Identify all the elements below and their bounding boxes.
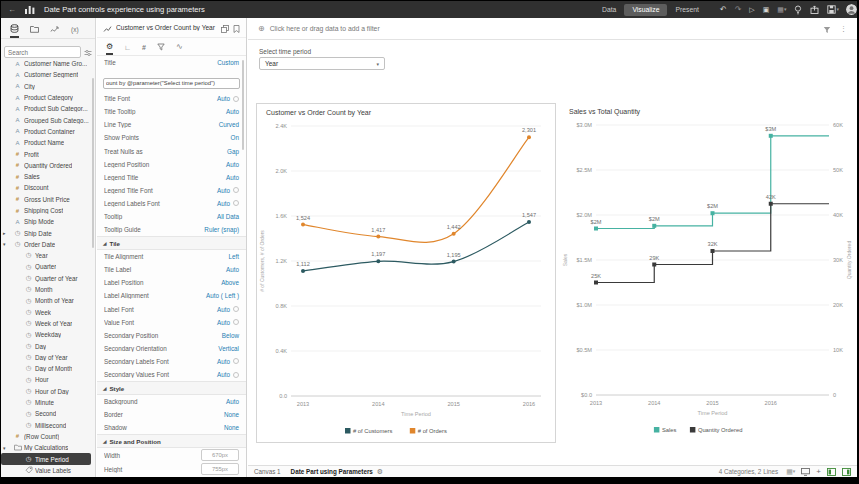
field-day[interactable]: ◷Day [1,340,95,351]
prop-value[interactable]: Auto [226,174,239,181]
layout-grid-icon[interactable]: ▦▾ [786,468,795,475]
canvas-tab-date-part-using-parameters[interactable]: Date Part using Parameters⚙ [291,468,384,476]
prop-value[interactable]: Auto [226,266,239,273]
field-quarter[interactable]: ◷Quarter [1,261,95,272]
add-canvas-icon[interactable]: + [816,468,821,476]
kebab-menu-icon[interactable]: ⋮ [840,25,847,33]
prop-value[interactable]: All Data [217,213,239,220]
save-menu-icon[interactable]: ▾ [827,5,839,14]
prop-value[interactable]: Left [228,253,239,260]
field-day-of-year[interactable]: ◷Day of Year [1,352,95,363]
field-weekday[interactable]: ◷Weekday [1,329,95,340]
reset-icon[interactable] [233,372,239,378]
gear-icon[interactable]: ⚙ [377,468,383,476]
prop-value[interactable]: Auto [226,161,239,168]
field-second[interactable]: ◷Second [1,408,95,419]
grid-menu-icon[interactable]: ▦▾ [777,6,786,13]
properties-scrollbar[interactable] [242,60,244,150]
reset-icon[interactable] [233,187,239,193]
field-year[interactable]: ◷Year [1,250,95,261]
general-tab[interactable]: ⚙ [106,43,113,55]
prop-value[interactable]: Auto [217,200,230,207]
reset-icon[interactable] [233,96,239,102]
parameters-icon[interactable]: (x) [71,27,79,39]
export-icon[interactable] [810,5,819,14]
field-discount[interactable]: #Discount [1,182,95,193]
prop-value[interactable]: Auto [226,108,239,115]
width-input[interactable] [201,449,239,461]
field-product-category[interactable]: AProduct Category [1,92,95,103]
user-avatar[interactable] [846,4,857,15]
field-customer-name-gro[interactable]: ACustomer Name Gro... [1,58,95,69]
field-order-date[interactable]: ▾◷Order Date [1,239,95,250]
undo-icon[interactable]: ↶ [720,6,727,14]
expander-icon[interactable]: ▾ [3,241,6,247]
custom-title-input[interactable] [103,78,240,89]
bookmark-icon[interactable] [233,19,240,37]
analytics-tab[interactable]: ∿ [176,43,183,55]
field-value-labels[interactable]: Value Labels [1,465,95,476]
field-week-of-year[interactable]: ◷Week of Year [1,318,95,329]
field-product-name[interactable]: AProduct Name [1,137,95,148]
field-row-count[interactable]: #(Row Count) [1,431,95,442]
field-product-container[interactable]: AProduct Container [1,126,95,137]
panel-toggle-left-icon[interactable] [827,468,836,476]
redo-icon[interactable]: ↷ [735,6,742,14]
section-style[interactable]: ◢Style [97,381,246,395]
expander-icon[interactable]: ▸ [3,230,6,236]
prop-value[interactable]: Auto [217,187,230,194]
lightbulb-icon[interactable] [794,5,802,15]
field-hour[interactable]: ◷Hour [1,374,95,385]
visualizations-icon[interactable] [30,25,39,38]
data-panel-scrollbar[interactable] [92,78,94,248]
field-customer-segment[interactable]: ACustomer Segment [1,69,95,80]
prop-value[interactable]: Below [222,332,239,339]
prop-value[interactable]: Auto [217,306,230,313]
search-input[interactable] [4,46,81,58]
prop-value[interactable]: Auto [217,371,230,378]
prop-value[interactable]: Ruler (snap) [204,226,239,233]
field-minute[interactable]: ◷Minute [1,397,95,408]
play-icon[interactable]: ▷ [749,6,754,13]
prop-value[interactable]: On [231,134,239,141]
analytics-icon[interactable] [50,25,60,38]
field-sales[interactable]: #Sales [1,171,95,182]
field-my-calculations[interactable]: ▾My Calculations [1,442,95,453]
prop-value[interactable]: Above [221,279,239,286]
field-hour-of-day[interactable]: ◷Hour of Day [1,386,95,397]
field-city[interactable]: ACity [1,81,95,92]
prop-value[interactable]: Custom [217,59,239,66]
prop-value[interactable]: Auto [217,95,230,102]
field-ship-date[interactable]: ▸◷Ship Date [1,227,95,238]
preview-icon[interactable] [801,468,810,476]
field-gross-unit-price[interactable]: #Gross Unit Price [1,194,95,205]
panel-toggle-right-icon[interactable] [842,468,851,476]
field-time-period[interactable]: ◷Time Period [1,453,91,464]
filter-bar[interactable]: ⊕ Click here or drag data to add a filte… [248,18,857,40]
field-quarter-of-year[interactable]: ◷Quarter of Year [1,273,95,284]
field-profit[interactable]: #Profit [1,148,95,159]
prop-value[interactable]: Auto [226,398,239,405]
prop-value[interactable]: None [224,411,239,418]
field-ship-mode[interactable]: AShip Mode [1,216,95,227]
reset-icon[interactable] [233,306,239,312]
prop-value[interactable]: Auto [217,319,230,326]
tab-data[interactable]: Data [597,4,621,15]
expander-icon[interactable]: ▾ [3,445,6,451]
data-icon[interactable] [10,24,19,38]
field-day-of-month[interactable]: ◷Day of Month [1,363,95,374]
values-tab[interactable]: # [142,44,146,55]
duplicate-icon[interactable] [221,19,229,37]
prop-value[interactable]: None [224,424,239,431]
axis-tab[interactable]: ∟ [124,44,131,55]
canvas-tab-canvas-1[interactable]: Canvas 1 [254,468,281,475]
section-tile[interactable]: ◢Tile [97,236,246,250]
prop-value[interactable]: Gap [227,148,239,155]
section-size-and-position[interactable]: ◢Size and Position [97,434,246,448]
tab-visualize[interactable]: Visualize [624,4,667,16]
reset-icon[interactable] [233,200,239,206]
prop-value[interactable]: Curved [219,121,239,128]
prop-value[interactable]: Auto ( Left ) [206,292,239,299]
field-grouped-sub-catego[interactable]: AGrouped Sub Catego... [1,114,95,125]
chart-card-customer-vs-order[interactable]: Customer vs Order Count by Year 2.4K2.0K… [256,103,556,443]
